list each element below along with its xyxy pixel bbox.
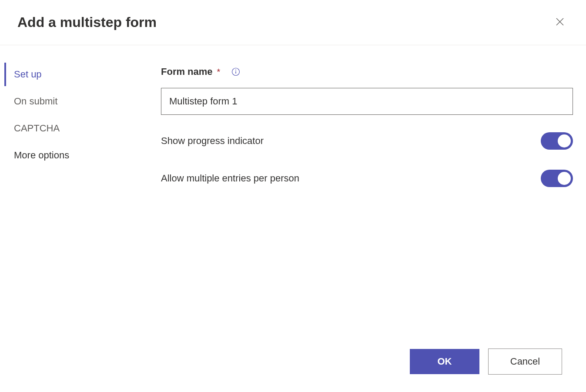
form-name-input[interactable] (161, 88, 573, 115)
allow-multiple-row: Allow multiple entries per person (161, 170, 573, 187)
required-asterisk: * (217, 67, 221, 77)
sidebar: Set up On submit CAPTCHA More options (0, 45, 161, 348)
show-progress-row: Show progress indicator (161, 132, 573, 150)
show-progress-toggle[interactable] (541, 132, 573, 150)
allow-multiple-toggle[interactable] (541, 170, 573, 187)
sidebar-item-more-options[interactable]: More options (4, 144, 161, 167)
show-progress-label: Show progress indicator (161, 135, 264, 147)
allow-multiple-label: Allow multiple entries per person (161, 173, 299, 184)
form-name-label: Form name (161, 66, 213, 77)
toggle-knob (558, 134, 571, 147)
sidebar-item-label: On submit (14, 96, 57, 107)
dialog-body: Set up On submit CAPTCHA More options Fo… (0, 45, 586, 348)
ok-button[interactable]: OK (410, 349, 479, 374)
svg-point-3 (235, 70, 236, 70)
info-icon[interactable] (231, 67, 240, 76)
sidebar-item-label: CAPTCHA (14, 123, 60, 134)
sidebar-item-on-submit[interactable]: On submit (4, 90, 161, 113)
dialog-header: Add a multistep form (0, 0, 586, 45)
toggle-knob (558, 172, 571, 185)
sidebar-item-setup[interactable]: Set up (4, 63, 161, 86)
form-name-field: Form name * (161, 66, 573, 115)
close-icon (555, 17, 565, 28)
sidebar-item-label: Set up (14, 69, 42, 80)
main-panel: Form name * Show progress indicator Allo… (161, 45, 586, 348)
sidebar-item-label: More options (14, 150, 69, 161)
form-name-label-row: Form name * (161, 66, 573, 77)
dialog-title: Add a multistep form (17, 14, 157, 30)
close-button[interactable] (551, 13, 569, 32)
cancel-button[interactable]: Cancel (488, 348, 562, 375)
dialog-footer: OK Cancel (0, 348, 586, 392)
sidebar-item-captcha[interactable]: CAPTCHA (4, 117, 161, 140)
